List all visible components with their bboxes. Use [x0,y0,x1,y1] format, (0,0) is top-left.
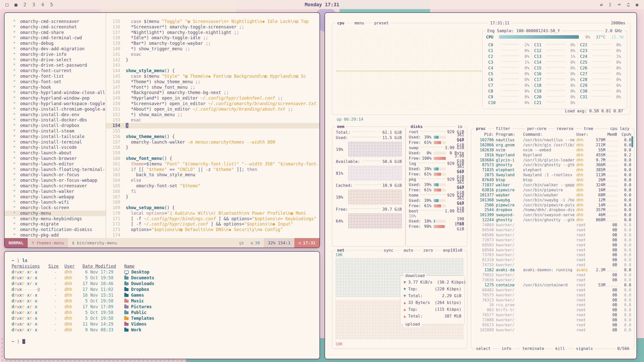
keyboard-icon[interactable]: ⌨ [618,2,621,7]
code-line[interactable]: 155 [106,128,319,134]
option-per-core[interactable]: per-core [525,126,548,131]
code-line[interactable]: 154} [106,123,319,128]
volume-icon[interactable]: ♫ [627,2,629,7]
process-row[interactable]: 72073kworker/root0B0.0 [474,238,631,243]
proc-col-user[interactable]: User: [576,131,591,138]
io-toggle[interactable]: io [456,124,464,129]
code-line[interactable]: 159 [106,150,319,156]
filter-button[interactable]: filter [494,126,512,131]
proc-col-program[interactable]: Program: [496,131,521,138]
code-line[interactable]: 150 *Screensaver*) open_in_editor ~/.con… [106,101,319,107]
file-item[interactable]: *omarchy-launch-or-focus-webapp [5,178,106,183]
process-row[interactable]: 73656kworker/root0B0.0 [474,278,631,283]
option-reverse[interactable]: reverse [555,126,575,131]
file-item[interactable]: *omarchy-launch-screensaver [5,183,106,189]
tab-menu[interactable]: menu [353,20,366,26]
file-item[interactable]: *omarchy-launch-or-focus [5,172,106,178]
code-line[interactable]: 138 *Idle*) omarchy-toggle-idle ;; [106,35,319,41]
file-item[interactable]: *omarchy-install-steam [5,128,106,134]
process-row[interactable]: 71835elephantelephantdhh385M0.0 [474,168,631,173]
code-line[interactable]: 152 *) show_main_menu ;; [106,112,319,118]
process-row[interactable]: 95673kworker/root0B0.0 [474,323,631,328]
file-item[interactable]: *omarchy-launch-wifi [5,200,106,205]
code-line[interactable]: 141 esac [106,52,319,57]
code-line[interactable]: 143 [106,63,319,68]
file-item[interactable]: *omarchy-menu-keybindings [5,216,106,222]
process-row[interactable]: 1162avahi-daavahi-daemon: running [avahi… [474,268,631,273]
workspace-2[interactable]: 2 [23,2,26,7]
footer-button-signals[interactable]: signals [574,346,595,351]
process-row[interactable]: 2506pipewire/usr/bin/pipewire-pulsedhh14… [474,203,631,208]
file-item[interactable]: *omarchy-font-current [5,68,106,74]
code-line[interactable]: 173 options="$options\n▦ Defaults\n≡ DNS… [106,227,319,233]
process-row[interactable]: 2075XwaylandXwayland :1 -rootless -dhh11… [474,173,631,178]
proc-col-command[interactable]: Command: [523,131,574,138]
process-row[interactable]: 63816pipewire/usr/bin/pipewiredhh16M0.0 [474,188,631,193]
code-line[interactable]: 167} [106,194,319,200]
proc-col-pid[interactable]: Pid: [474,131,494,138]
net-toggle-sync[interactable]: sync [382,247,395,253]
file-item[interactable]: *omarchy-debug [5,41,106,46]
code-line[interactable]: 147 *Font*) show_font_menu ;; [106,85,319,90]
workspace-active-icon[interactable]: ■ [14,2,17,7]
file-item[interactable]: *omarchy-install-tailscale [5,134,106,140]
sort-mode[interactable]: cpu lazy [608,126,631,131]
process-row[interactable]: 102099kworker/root0B0.0 [474,328,631,333]
code-line[interactable]: 142} [106,57,319,63]
disks-tab[interactable]: disks [409,124,424,129]
process-row[interactable]: 68586kworker/root0B0.0 [474,233,631,238]
net-toggle-auto[interactable]: auto [402,247,415,253]
code-line[interactable]: 135 case $(menu "Toggle" "▣ Screensaver\… [106,19,319,24]
file-item[interactable]: *omarchy-lock-screen [5,205,106,211]
code-line[interactable]: 160show_font_menu() { [106,156,319,161]
net-toggle-zero[interactable]: zero [421,247,435,253]
process-row[interactable]: 1916HyprlandHyprlanddhh455M0.2 [474,153,631,158]
bluetooth-icon[interactable]: ᛒ [609,2,612,7]
file-item[interactable]: *omarchy-pkg-add [5,233,106,238]
process-row[interactable]: 2544dropbox/home/dhh/.dropbox-distdhh357… [474,208,631,213]
workspace-5[interactable]: 5 [50,2,53,7]
file-item[interactable]: *omarchy-notification-dismiss [5,227,106,233]
process-row[interactable]: 87649btopbtopdhh26M0.0 [474,178,631,183]
code-line[interactable]: 166 fi [106,189,319,194]
code-line[interactable]: 140 *) show_trigger_menu ;; [106,46,319,52]
code-line[interactable]: 156show_theme_menu() { [106,134,319,140]
proc-tab[interactable]: proc [474,126,488,131]
code-line[interactable]: 165 omarchy-font-set "$theme" [106,183,319,189]
code-line[interactable]: 137 *Nightlight*) omarchy-toggle-nightli… [106,30,319,35]
file-item[interactable]: *omarchy-launch-about [5,150,106,156]
code-line[interactable]: 146 *Theme*) show_theme_menu ;; [106,79,319,85]
code-line[interactable]: 144show_style_menu() { [106,68,319,74]
file-item[interactable]: *omarchy-hyprland-window-pop [5,96,106,101]
process-row[interactable]: 1275containe/usr/bin/containerdroot53M0.… [474,283,631,288]
terminal-cursor[interactable] [22,339,25,344]
workspace-1-icon[interactable]: □ [6,2,8,7]
option-tree[interactable]: tree [582,126,595,131]
process-row[interactable]: 94540kworker/root0B0.0 [474,228,631,233]
footer-button-terminate[interactable]: terminate [520,346,546,351]
code-line[interactable]: 158} [106,145,319,150]
process-table-header[interactable]: Pid:Program:Command:User:MemBCpu% [474,131,631,138]
file-item[interactable]: *omarchy-hook [5,85,106,90]
code-line[interactable]: 139 *Bar*) omarchy-toggle-waybar ;; [106,41,319,46]
proc-col-cpu[interactable]: Cpu% [619,131,631,138]
code-line[interactable]: 163 back_to show_style_menu [106,172,319,178]
file-item[interactable]: *omarchy-launch-floating-terminal- [5,167,106,172]
process-row[interactable]: 87573ghostty/usr/bin/ghostty --gtk-dhh36… [474,163,631,168]
scrollbar-thumb[interactable] [631,136,633,147]
process-row[interactable]: 803btrfs-trroot0B0.0 [474,308,631,313]
process-row[interactable]: 68584kworker/root0B0.0 [474,248,631,253]
process-row[interactable]: 74733kworker/root0B0.0 [474,263,631,268]
process-row[interactable]: 102796nautilus/usr/bin/nautilus --newdhh… [474,138,631,143]
code-line[interactable]: 145 case $(menu "Style" "▨ Theme\n◆ Font… [106,74,319,79]
file-item[interactable]: *omarchy-hyprland-window-close-all [5,90,106,96]
code-line[interactable]: 174 [106,233,319,238]
process-row[interactable]: 72088kworker/root0B0.0 [474,318,631,323]
footer-button-kill[interactable]: kill [553,346,567,351]
file-item[interactable]: *omarchy-install-dropbox [5,123,106,128]
process-row[interactable]: 16rcu_preeroot0B0.0 [474,303,631,308]
process-row[interactable]: 101368swaybg/usr/bin/swaybg -i /homdhh12… [474,198,631,203]
file-item[interactable]: *omarchy-dev-add-migration [5,46,106,52]
process-row[interactable]: 12244ghostty/usr/bin/ghostty --gtk-dhh86… [474,218,631,223]
file-item[interactable]: *omarchy-cmd-share [5,30,106,35]
